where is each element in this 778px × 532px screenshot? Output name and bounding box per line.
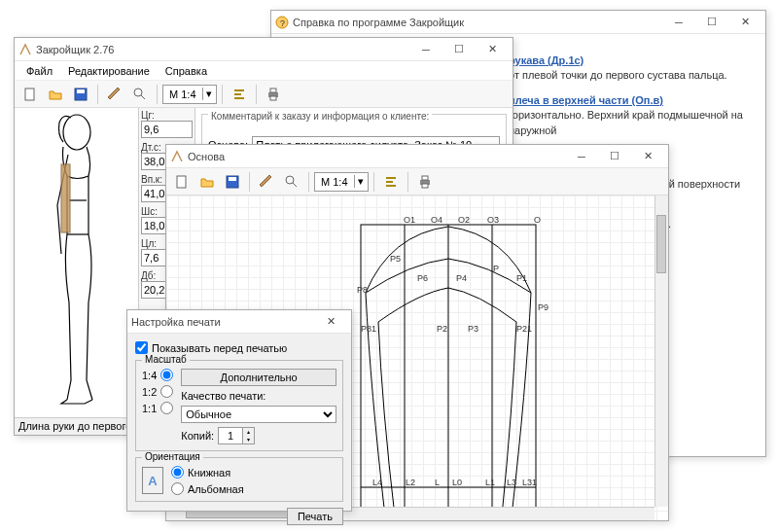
help-minimize-button[interactable]: ─ xyxy=(662,13,695,32)
orient-landscape-radio[interactable]: Альбомная xyxy=(171,482,244,495)
scale-value: М 1:4 xyxy=(315,176,354,188)
figure-panel xyxy=(15,108,139,435)
chevron-down-icon[interactable]: ▾ xyxy=(354,175,368,188)
extra-button[interactable]: Дополнительно xyxy=(181,369,336,386)
main-toolbar: М 1:4 ▾ xyxy=(15,81,513,108)
open-button[interactable] xyxy=(195,170,219,194)
orientation-group: Ориентация A Книжная Альбомная xyxy=(135,457,343,502)
svg-point-13 xyxy=(63,115,90,150)
pattern-icon xyxy=(170,150,184,163)
brush-button[interactable] xyxy=(255,170,278,194)
menu-edit[interactable]: Редактирование xyxy=(60,63,158,79)
measure-label: Цг: xyxy=(141,110,193,121)
new-button[interactable] xyxy=(170,170,194,194)
help-text: горизонтально. Верхний край подмышечной … xyxy=(509,108,752,138)
main-close-button[interactable]: ✕ xyxy=(476,40,509,59)
menu-file[interactable]: Файл xyxy=(18,63,60,79)
show-before-print-input[interactable] xyxy=(135,341,148,354)
print-title: Настройка печати xyxy=(131,316,314,328)
comment-label: Комментарий к заказу и информация о клие… xyxy=(208,111,432,122)
show-before-print-checkbox[interactable]: Показывать перед печатью xyxy=(135,341,343,354)
svg-text:?: ? xyxy=(280,18,285,28)
save-button[interactable] xyxy=(221,170,244,194)
print-titlebar: Настройка печати ✕ xyxy=(127,310,351,334)
main-minimize-button[interactable]: ─ xyxy=(409,40,442,59)
help-close-button[interactable]: ✕ xyxy=(728,13,761,32)
svg-text:O2: O2 xyxy=(458,215,470,225)
copies-spinner[interactable]: ▴▾ xyxy=(218,427,255,444)
open-button[interactable] xyxy=(44,83,67,106)
svg-text:P6: P6 xyxy=(417,273,428,283)
help-maximize-button[interactable]: ☐ xyxy=(695,13,728,32)
quality-select[interactable]: Обычное xyxy=(181,406,336,423)
pattern-minimize-button[interactable]: ─ xyxy=(565,147,598,166)
search-button[interactable] xyxy=(280,170,303,194)
main-menubar: Файл Редактирование Справка xyxy=(15,61,513,81)
scale-1-4-radio[interactable]: 1:4 xyxy=(142,369,173,381)
app-icon xyxy=(18,43,32,56)
svg-text:P81: P81 xyxy=(361,324,376,334)
align-button[interactable] xyxy=(379,170,403,194)
pattern-close-button[interactable]: ✕ xyxy=(631,147,664,166)
svg-rect-12 xyxy=(270,96,276,100)
print-dialog: Настройка печати ✕ Показывать перед печа… xyxy=(126,309,352,512)
new-button[interactable] xyxy=(18,83,42,106)
scale-group-title: Масштаб xyxy=(142,354,190,365)
svg-text:L3: L3 xyxy=(507,478,516,487)
svg-text:P5: P5 xyxy=(390,254,401,264)
orient-portrait-radio[interactable]: Книжная xyxy=(171,466,244,479)
chevron-down-icon[interactable]: ▾ xyxy=(202,88,216,100)
svg-text:P9: P9 xyxy=(538,302,548,312)
print-button[interactable] xyxy=(262,83,285,106)
orientation-group-title: Ориентация xyxy=(142,451,203,462)
measure-input-cg[interactable] xyxy=(141,121,193,138)
scale-selector[interactable]: М 1:4 ▾ xyxy=(314,172,369,192)
pattern-maximize-button[interactable]: ☐ xyxy=(598,147,631,166)
svg-text:O: O xyxy=(534,215,541,225)
svg-text:L31: L31 xyxy=(522,478,537,487)
print-action-button[interactable]: Печать xyxy=(287,508,343,525)
spin-up-icon[interactable]: ▴ xyxy=(242,428,254,436)
svg-rect-4 xyxy=(77,89,85,93)
scale-1-2-radio[interactable]: 1:2 xyxy=(142,385,173,398)
svg-text:L1: L1 xyxy=(485,478,495,487)
brush-button[interactable] xyxy=(103,83,126,106)
scale-1-1-radio[interactable]: 1:1 xyxy=(142,402,173,414)
align-button[interactable] xyxy=(228,83,251,106)
svg-text:P: P xyxy=(493,264,499,273)
svg-point-20 xyxy=(286,176,294,184)
svg-point-5 xyxy=(134,89,142,96)
pattern-title: Основа xyxy=(188,151,565,162)
print-button[interactable] xyxy=(413,170,437,194)
help-link[interactable]: плеча в верхней части (Оп.в) xyxy=(509,93,752,108)
vertical-scrollbar[interactable] xyxy=(654,195,668,507)
pattern-toolbar: М 1:4 ▾ xyxy=(166,168,668,195)
svg-text:P3: P3 xyxy=(468,324,478,334)
menu-help[interactable]: Справка xyxy=(158,63,215,79)
svg-rect-26 xyxy=(422,176,428,180)
svg-text:O4: O4 xyxy=(431,215,442,225)
svg-text:P21: P21 xyxy=(516,324,532,334)
svg-rect-27 xyxy=(422,184,428,188)
print-close-button[interactable]: ✕ xyxy=(314,312,347,332)
show-before-print-label: Показывать перед печатью xyxy=(152,342,287,354)
svg-text:L2: L2 xyxy=(406,478,415,487)
svg-rect-2 xyxy=(25,89,34,100)
svg-text:P4: P4 xyxy=(456,273,467,283)
help-title: Справка по программе Закройщик xyxy=(293,17,662,28)
svg-text:P1: P1 xyxy=(516,273,527,283)
quality-label: Качество печати: xyxy=(181,390,336,402)
svg-text:O1: O1 xyxy=(404,215,415,225)
svg-rect-11 xyxy=(270,89,276,92)
save-button[interactable] xyxy=(69,83,92,106)
scale-selector[interactable]: М 1:4 ▾ xyxy=(162,85,217,104)
help-link[interactable]: рукава (Др.1с) xyxy=(509,53,752,68)
main-maximize-button[interactable]: ☐ xyxy=(442,40,476,59)
svg-text:P2: P2 xyxy=(437,324,447,334)
search-button[interactable] xyxy=(128,83,152,106)
svg-text:L: L xyxy=(435,478,440,487)
svg-rect-17 xyxy=(177,176,186,188)
spin-down-icon[interactable]: ▾ xyxy=(242,436,254,443)
copies-input[interactable] xyxy=(219,428,242,443)
scale-group: Масштаб 1:4 1:2 1:1 Дополнительно Качест… xyxy=(135,360,343,451)
